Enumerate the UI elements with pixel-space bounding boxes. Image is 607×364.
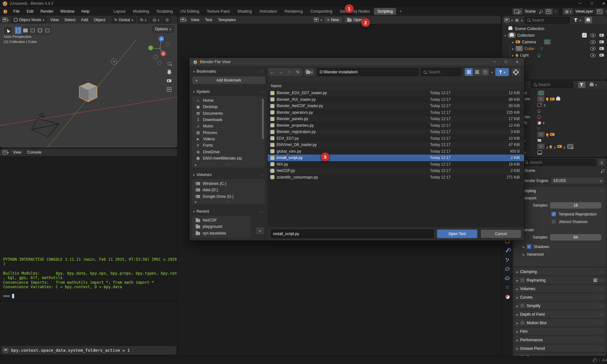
volumes-section-header[interactable]: Volumes	[192, 173, 265, 177]
panel-grip[interactable]	[599, 346, 603, 351]
property-panel-header[interactable]: Curves	[514, 294, 606, 301]
display-mode-icon[interactable]	[515, 18, 519, 22]
options-button[interactable]: Options	[152, 26, 174, 33]
tab-physics-icon[interactable]	[506, 267, 509, 271]
volume-item[interactable]: data (D:)	[192, 187, 265, 193]
editor-type-icon[interactable]	[3, 18, 7, 22]
system-item[interactable]: ENVI-met4Blender.zip	[192, 155, 265, 161]
system-item[interactable]: Desktop	[192, 104, 265, 110]
viewport-menu-item[interactable]: Select	[62, 17, 78, 23]
tab-constraints-icon[interactable]	[505, 276, 510, 280]
panel-checkbox[interactable]	[520, 320, 525, 325]
blendfile-row-linestyles[interactable]: Line Styles	[512, 114, 607, 120]
visibility-eye-icon[interactable]	[590, 53, 596, 57]
panel-grip[interactable]	[599, 295, 603, 300]
editor-type-icon[interactable]	[3, 150, 7, 155]
gizmo-neg-y-axis[interactable]	[154, 55, 158, 59]
outliner-search-input[interactable]	[532, 18, 567, 22]
sampling-panel-header[interactable]: Sampling	[514, 187, 606, 195]
visibility-eye-icon[interactable]	[590, 40, 596, 44]
gizmo-y-axis[interactable]	[148, 46, 153, 50]
dialog-close-button[interactable]	[516, 59, 518, 64]
maximize-button[interactable]	[591, 1, 593, 6]
property-panel-header[interactable]: Motion Blur	[514, 319, 606, 326]
property-panel-header[interactable]: Raytracing	[514, 276, 606, 284]
blendfile-row-lights[interactable]: Lights	[512, 108, 607, 114]
file-row[interactable]: EDX_EDT.py Today 12:17 10 KiB	[268, 135, 524, 142]
viewport-menu-item[interactable]: Object	[92, 17, 107, 23]
blendfile-search[interactable]	[531, 81, 573, 88]
menu-item[interactable]: Edit	[24, 8, 36, 15]
menu-item[interactable]: Window	[58, 8, 77, 15]
proportional-edit-widget[interactable]: ◎	[150, 16, 162, 23]
filter-toggle-button[interactable]	[495, 68, 509, 76]
app-menu-icon[interactable]	[3, 9, 7, 14]
open-text-button[interactable]: Open Text	[437, 229, 477, 238]
expand-icon[interactable]	[512, 46, 514, 51]
panel-grip[interactable]	[599, 278, 603, 282]
filter-button[interactable]	[578, 81, 586, 88]
workspace-tab[interactable]: Layout	[110, 8, 129, 15]
new-collection-button[interactable]	[584, 16, 592, 24]
file-row[interactable]: Blender_INX_loader.py Today 12:17 89 KiB	[268, 96, 524, 103]
file-row[interactable]: INX.py Today 12:17 18 KiB	[268, 161, 524, 168]
file-row[interactable]: global_vars.py Today 12:17 455 B	[268, 148, 524, 155]
copy-icon[interactable]	[597, 9, 602, 14]
outliner-row-cube[interactable]: Cube	[502, 45, 607, 52]
render-camera-icon[interactable]	[599, 54, 604, 57]
path-field[interactable]	[317, 68, 419, 76]
console-output[interactable]: PYTHON INTERACTIVE CONSOLE 3.11.11 (main…	[3, 257, 174, 298]
gizmo-x-axis[interactable]: X	[161, 51, 166, 56]
select-intersect-button[interactable]	[44, 27, 51, 34]
render-engine-dropdown[interactable]: EEVEE	[551, 177, 604, 184]
file-row[interactable]: Blender_operators.py Today 12:17 225 KiB	[268, 109, 524, 116]
system-item[interactable]: Pictures	[192, 129, 265, 136]
property-panel-header[interactable]: Freestyle	[514, 353, 606, 356]
property-panel-header[interactable]: Clamping	[514, 268, 606, 275]
jittered-shadows-checkbox[interactable]	[551, 219, 556, 224]
property-panel-header[interactable]: Simplify	[514, 302, 606, 309]
property-panel-header[interactable]: Performance	[514, 336, 606, 343]
expand-icon[interactable]	[512, 40, 514, 44]
tab-data-icon[interactable]	[506, 285, 509, 289]
scroll-more-icon[interactable]	[195, 162, 197, 167]
system-item[interactable]: Downloads	[192, 117, 265, 123]
dialog-minimize-button[interactable]	[493, 59, 496, 64]
file-row[interactable]: NetCDF.py Today 12:17 2 KiB	[268, 167, 524, 174]
expand-icon[interactable]	[505, 33, 506, 38]
outliner-row-collection[interactable]: Collection	[502, 32, 607, 39]
refresh-button[interactable]	[294, 68, 302, 76]
outliner-row-camera[interactable]: Camera	[502, 39, 607, 45]
console-menu-item[interactable]: Console	[25, 149, 44, 155]
console-menu-item[interactable]: View	[11, 149, 24, 155]
gizmo-neg-z-axis[interactable]	[157, 61, 162, 65]
forward-button[interactable]	[277, 68, 285, 76]
recent-item[interactable]: NetCDF	[192, 217, 250, 223]
system-scrollbar[interactable]	[262, 99, 264, 139]
active-tool-button[interactable]	[3, 26, 12, 35]
mode-selector[interactable]: Object Mode	[11, 16, 47, 23]
blendfile-row-collections[interactable]: Collections	[512, 96, 607, 102]
system-item[interactable]: Documents	[192, 110, 265, 117]
volume-item[interactable]: Windows (C:)	[192, 180, 265, 187]
blendfile-row-screens[interactable]: Screens	[512, 149, 607, 155]
recent-options-button[interactable]	[256, 227, 264, 234]
system-item[interactable]: Videos	[192, 136, 265, 142]
viewlayer-selector[interactable]: ViewLayer	[562, 8, 607, 15]
info-log-row[interactable]: bpy.context.space_data.system_folders_ac…	[1, 346, 176, 355]
workspace-tab[interactable]: Rendering	[281, 8, 306, 15]
filter-icon[interactable]	[574, 18, 578, 22]
path-input[interactable]	[320, 70, 416, 74]
column-name[interactable]: Name	[268, 84, 281, 88]
back-button[interactable]	[268, 68, 277, 76]
pan-icon[interactable]	[168, 70, 171, 74]
gizmo-neg-x-axis[interactable]	[166, 42, 170, 46]
tab-modifiers-icon[interactable]	[506, 249, 509, 252]
add-bookmark-button[interactable]: Add Bookmark	[192, 76, 266, 84]
unlink-icon[interactable]	[553, 9, 559, 14]
panel-grip[interactable]	[599, 287, 603, 291]
panel-grip[interactable]	[599, 312, 603, 317]
system-item[interactable]: Music	[192, 123, 265, 129]
selectability-checkbox[interactable]	[582, 33, 587, 38]
workspace-tab[interactable]: Shading	[234, 8, 255, 15]
